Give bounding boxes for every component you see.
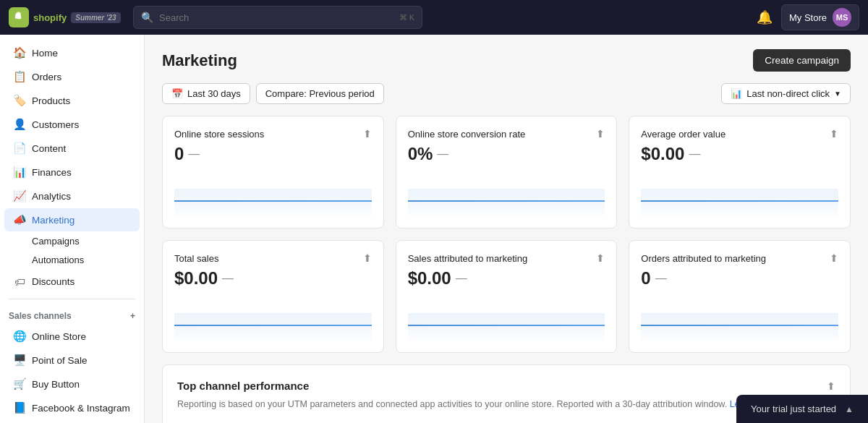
stat-card-sessions: Online store sessions ⬆ 0 — <box>162 116 384 228</box>
sidebar-label-facebook-instagram: Facebook & Instagram <box>32 403 130 414</box>
trial-chevron-icon: ▲ <box>845 404 854 414</box>
export-icon[interactable]: ⬆ <box>596 128 605 140</box>
stat-chart-fill <box>174 313 372 341</box>
channel-export-icon[interactable]: ⬆ <box>827 380 835 392</box>
trial-banner[interactable]: Your trial just started ▲ <box>736 395 868 423</box>
stat-value-row: $0.00 — <box>641 144 838 164</box>
sidebar-item-products[interactable]: 🏷️ Products <box>4 89 140 112</box>
sidebar-item-pos[interactable]: 🖥️ Point of Sale <box>4 349 140 372</box>
finances-icon: 📊 <box>13 166 26 179</box>
stats-grid-row2: Total sales ⬆ $0.00 — Sales attributed t… <box>162 240 851 353</box>
export-icon[interactable]: ⬆ <box>830 252 838 264</box>
sidebar-item-online-store[interactable]: 🌐 Online Store <box>4 325 140 348</box>
shopify-icon <box>9 7 29 27</box>
stat-chart-fill <box>641 189 838 216</box>
create-campaign-button[interactable]: Create campaign <box>753 49 851 72</box>
date-filter-label: Last 30 days <box>187 88 241 99</box>
content-icon: 📄 <box>13 142 26 155</box>
stat-card-header: Online store sessions ⬆ <box>174 128 372 140</box>
sidebar-item-analytics[interactable]: 📈 Analytics <box>4 184 140 208</box>
stat-chart-fill <box>408 313 605 341</box>
stat-dash: — <box>188 148 200 161</box>
analytics-icon: 📈 <box>13 189 26 202</box>
sidebar-sub-campaigns[interactable]: Campaigns <box>4 232 140 250</box>
chevron-down-icon: ▼ <box>834 90 841 98</box>
sidebar-item-marketing[interactable]: 📣 Marketing <box>4 208 140 231</box>
stat-chart <box>174 173 372 216</box>
sidebar-label-marketing: Marketing <box>32 215 75 226</box>
sidebar: 🏠 Home 📋 Orders 🏷️ Products 👤 Customers … <box>0 35 145 423</box>
calendar-icon: 📅 <box>171 88 183 99</box>
sidebar-item-finances[interactable]: 📊 Finances <box>4 161 140 184</box>
compare-filter-button[interactable]: Compare: Previous period <box>256 83 384 104</box>
sales-channels-add-icon[interactable]: + <box>130 311 135 321</box>
sidebar-item-facebook-instagram[interactable]: 📘 Facebook & Instagram <box>4 396 140 419</box>
date-filter-button[interactable]: 📅 Last 30 days <box>162 83 250 104</box>
stat-dash: — <box>655 272 667 285</box>
app-layout: 🏠 Home 📋 Orders 🏷️ Products 👤 Customers … <box>0 35 868 423</box>
stat-chart <box>641 173 838 216</box>
search-shortcut: ⌘ K <box>399 13 414 22</box>
avatar: MS <box>833 8 851 27</box>
stat-value-row: $0.00 — <box>408 268 605 289</box>
home-icon: 🏠 <box>13 46 26 59</box>
notification-bell-icon[interactable]: 🔔 <box>757 9 773 25</box>
brand-name: shopify <box>33 12 67 23</box>
stat-value-row: 0% — <box>408 144 605 164</box>
stat-chart <box>174 297 372 341</box>
sidebar-item-orders[interactable]: 📋 Orders <box>4 65 140 88</box>
stat-chart-fill <box>408 189 605 216</box>
online-store-icon: 🌐 <box>13 330 26 343</box>
sidebar-sub-automations[interactable]: Automations <box>4 251 140 269</box>
store-name: My Store <box>789 12 827 23</box>
stat-chart <box>408 297 605 341</box>
buy-button-icon: 🛒 <box>13 377 26 390</box>
sidebar-item-customers[interactable]: 👤 Customers <box>4 113 140 136</box>
sidebar-divider <box>9 299 135 299</box>
attribution-filter-button[interactable]: 📊 Last non-direct click ▼ <box>721 83 851 104</box>
attribution-filter-label: Last non-direct click <box>746 88 830 99</box>
stat-card-header: Sales attributed to marketing ⬆ <box>408 252 605 264</box>
sidebar-label-content: Content <box>32 143 66 154</box>
export-icon[interactable]: ⬆ <box>363 252 372 264</box>
facebook-instagram-icon: 📘 <box>13 401 26 414</box>
pos-icon: 🖥️ <box>13 354 26 367</box>
filter-right: 📊 Last non-direct click ▼ <box>721 83 851 104</box>
export-icon[interactable]: ⬆ <box>363 128 372 140</box>
sidebar-item-home[interactable]: 🏠 Home <box>4 41 140 64</box>
stat-chart <box>641 297 838 341</box>
channel-header: Top channel performance ⬆ <box>177 380 835 392</box>
stat-card-header: Orders attributed to marketing ⬆ <box>641 252 838 264</box>
store-selector[interactable]: My Store MS <box>781 4 859 30</box>
stat-label: Online store sessions <box>174 129 264 140</box>
export-icon[interactable]: ⬆ <box>596 252 605 264</box>
search-container[interactable]: 🔍 ⌘ K <box>133 6 422 29</box>
page-title: Marketing <box>162 51 237 70</box>
stat-card-total-sales: Total sales ⬆ $0.00 — <box>162 240 384 353</box>
marketing-icon: 📣 <box>13 213 26 226</box>
stat-card-sales-marketing: Sales attributed to marketing ⬆ $0.00 — <box>396 240 618 353</box>
stat-dash: — <box>456 272 467 285</box>
campaigns-label: Campaigns <box>32 236 80 247</box>
chart-icon: 📊 <box>731 88 742 99</box>
page-header: Marketing Create campaign <box>162 49 851 72</box>
search-input[interactable] <box>159 12 393 23</box>
sales-channels-label: Sales channels <box>9 311 72 321</box>
stat-dash: — <box>437 148 448 161</box>
products-icon: 🏷️ <box>13 94 26 107</box>
stat-label: Total sales <box>174 253 218 264</box>
sidebar-item-content[interactable]: 📄 Content <box>4 137 140 160</box>
export-icon[interactable]: ⬆ <box>830 128 838 140</box>
sidebar-label-orders: Orders <box>32 72 61 82</box>
filter-bar: 📅 Last 30 days Compare: Previous period … <box>162 83 851 104</box>
sidebar-item-buy-button[interactable]: 🛒 Buy Button <box>4 372 140 396</box>
orders-icon: 📋 <box>13 70 26 83</box>
stat-value-row: 0 — <box>641 268 838 289</box>
sidebar-item-discounts[interactable]: 🏷 Discounts <box>4 270 140 293</box>
trial-text: Your trial just started <box>751 403 836 414</box>
stat-value: $0.00 <box>174 268 218 289</box>
stat-value: 0% <box>408 144 433 164</box>
stat-dash: — <box>689 148 700 161</box>
sidebar-item-tiktok[interactable]: 🎵 TikTok <box>4 420 140 423</box>
brand-logo[interactable]: shopify Summer '23 <box>9 7 124 27</box>
